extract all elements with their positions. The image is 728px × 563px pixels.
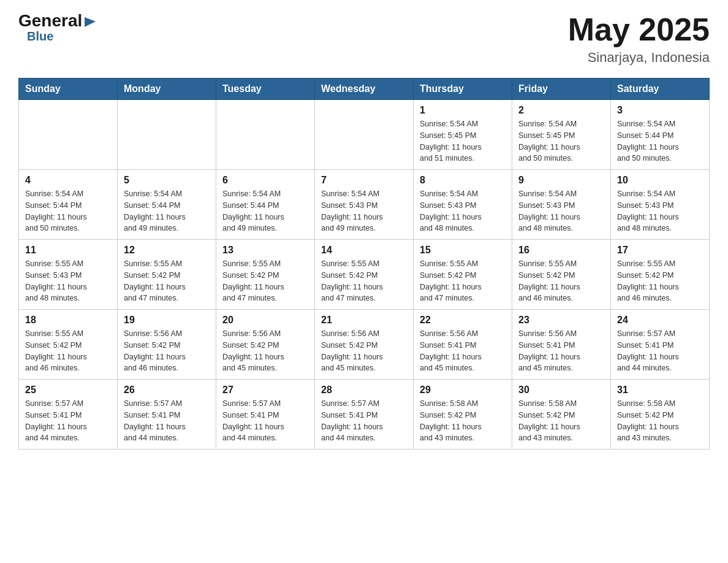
day-info: Sunrise: 5:57 AMSunset: 5:41 PMDaylight:… (25, 398, 111, 444)
day-number: 28 (321, 385, 407, 396)
day-info: Sunrise: 5:56 AMSunset: 5:42 PMDaylight:… (222, 328, 308, 374)
header: General Blue May 2025 Sinarjaya, Indones… (18, 12, 710, 66)
day-number: 30 (518, 385, 604, 396)
day-info: Sunrise: 5:58 AMSunset: 5:42 PMDaylight:… (617, 398, 703, 444)
calendar-cell: 14Sunrise: 5:55 AMSunset: 5:42 PMDayligh… (315, 240, 414, 310)
calendar-cell: 9Sunrise: 5:54 AMSunset: 5:43 PMDaylight… (512, 170, 611, 240)
day-number: 27 (222, 385, 308, 396)
day-number: 1 (420, 105, 506, 116)
calendar-cell: 17Sunrise: 5:55 AMSunset: 5:42 PMDayligh… (611, 240, 710, 310)
calendar-cell (216, 100, 315, 170)
calendar-week-row: 25Sunrise: 5:57 AMSunset: 5:41 PMDayligh… (19, 380, 710, 450)
day-info: Sunrise: 5:55 AMSunset: 5:42 PMDaylight:… (222, 258, 308, 304)
calendar-week-row: 11Sunrise: 5:55 AMSunset: 5:43 PMDayligh… (19, 240, 710, 310)
day-number: 26 (124, 385, 210, 396)
day-number: 21 (321, 315, 407, 326)
logo-general-text: General (18, 12, 82, 29)
calendar-cell: 7Sunrise: 5:54 AMSunset: 5:43 PMDaylight… (315, 170, 414, 240)
calendar-cell: 4Sunrise: 5:54 AMSunset: 5:44 PMDaylight… (19, 170, 118, 240)
calendar-cell: 24Sunrise: 5:57 AMSunset: 5:41 PMDayligh… (611, 310, 710, 380)
day-info: Sunrise: 5:55 AMSunset: 5:42 PMDaylight:… (124, 258, 210, 304)
day-info: Sunrise: 5:54 AMSunset: 5:44 PMDaylight:… (617, 118, 703, 164)
day-info: Sunrise: 5:55 AMSunset: 5:42 PMDaylight:… (321, 258, 407, 304)
day-number: 9 (518, 175, 604, 186)
day-number: 2 (518, 105, 604, 116)
day-number: 18 (25, 315, 111, 326)
calendar-cell: 1Sunrise: 5:54 AMSunset: 5:45 PMDaylight… (414, 100, 512, 170)
day-info: Sunrise: 5:57 AMSunset: 5:41 PMDaylight:… (124, 398, 210, 444)
calendar-cell: 5Sunrise: 5:54 AMSunset: 5:44 PMDaylight… (118, 170, 216, 240)
day-info: Sunrise: 5:57 AMSunset: 5:41 PMDaylight:… (617, 328, 703, 374)
day-number: 7 (321, 175, 407, 186)
calendar-cell (19, 100, 118, 170)
calendar-header-friday: Friday (512, 79, 611, 100)
day-number: 4 (25, 175, 111, 186)
day-number: 16 (518, 245, 604, 256)
calendar-header-sunday: Sunday (19, 79, 118, 100)
svg-marker-0 (85, 17, 96, 27)
calendar-cell: 21Sunrise: 5:56 AMSunset: 5:42 PMDayligh… (315, 310, 414, 380)
calendar-cell: 29Sunrise: 5:58 AMSunset: 5:42 PMDayligh… (414, 380, 512, 450)
day-info: Sunrise: 5:56 AMSunset: 5:42 PMDaylight:… (124, 328, 210, 374)
day-number: 19 (124, 315, 210, 326)
calendar-table: SundayMondayTuesdayWednesdayThursdayFrid… (18, 78, 710, 450)
day-info: Sunrise: 5:55 AMSunset: 5:42 PMDaylight:… (420, 258, 506, 304)
calendar-cell: 25Sunrise: 5:57 AMSunset: 5:41 PMDayligh… (19, 380, 118, 450)
day-number: 24 (617, 315, 703, 326)
calendar-cell: 28Sunrise: 5:57 AMSunset: 5:41 PMDayligh… (315, 380, 414, 450)
day-info: Sunrise: 5:54 AMSunset: 5:43 PMDaylight:… (321, 188, 407, 234)
day-number: 31 (617, 385, 703, 396)
day-info: Sunrise: 5:54 AMSunset: 5:45 PMDaylight:… (420, 118, 506, 164)
day-info: Sunrise: 5:54 AMSunset: 5:43 PMDaylight:… (420, 188, 506, 234)
day-number: 20 (222, 315, 308, 326)
calendar-cell: 31Sunrise: 5:58 AMSunset: 5:42 PMDayligh… (611, 380, 710, 450)
day-info: Sunrise: 5:55 AMSunset: 5:43 PMDaylight:… (25, 258, 111, 304)
calendar-cell: 18Sunrise: 5:55 AMSunset: 5:42 PMDayligh… (19, 310, 118, 380)
day-info: Sunrise: 5:54 AMSunset: 5:43 PMDaylight:… (518, 188, 604, 234)
day-info: Sunrise: 5:54 AMSunset: 5:43 PMDaylight:… (617, 188, 703, 234)
calendar-cell: 19Sunrise: 5:56 AMSunset: 5:42 PMDayligh… (118, 310, 216, 380)
calendar-header-tuesday: Tuesday (216, 79, 315, 100)
calendar-cell: 3Sunrise: 5:54 AMSunset: 5:44 PMDaylight… (611, 100, 710, 170)
calendar-cell: 30Sunrise: 5:58 AMSunset: 5:42 PMDayligh… (512, 380, 611, 450)
calendar-cell: 8Sunrise: 5:54 AMSunset: 5:43 PMDaylight… (414, 170, 512, 240)
calendar-cell: 10Sunrise: 5:54 AMSunset: 5:43 PMDayligh… (611, 170, 710, 240)
day-info: Sunrise: 5:55 AMSunset: 5:42 PMDaylight:… (617, 258, 703, 304)
calendar-cell: 12Sunrise: 5:55 AMSunset: 5:42 PMDayligh… (118, 240, 216, 310)
calendar-week-row: 18Sunrise: 5:55 AMSunset: 5:42 PMDayligh… (19, 310, 710, 380)
day-info: Sunrise: 5:57 AMSunset: 5:41 PMDaylight:… (321, 398, 407, 444)
logo-blue-text: Blue (27, 29, 53, 44)
day-number: 5 (124, 175, 210, 186)
day-info: Sunrise: 5:58 AMSunset: 5:42 PMDaylight:… (420, 398, 506, 444)
day-number: 25 (25, 385, 111, 396)
calendar-cell: 13Sunrise: 5:55 AMSunset: 5:42 PMDayligh… (216, 240, 315, 310)
day-info: Sunrise: 5:56 AMSunset: 5:41 PMDaylight:… (518, 328, 604, 374)
day-info: Sunrise: 5:56 AMSunset: 5:41 PMDaylight:… (420, 328, 506, 374)
day-number: 22 (420, 315, 506, 326)
calendar-cell: 26Sunrise: 5:57 AMSunset: 5:41 PMDayligh… (118, 380, 216, 450)
calendar-week-row: 4Sunrise: 5:54 AMSunset: 5:44 PMDaylight… (19, 170, 710, 240)
day-number: 15 (420, 245, 506, 256)
calendar-cell: 22Sunrise: 5:56 AMSunset: 5:41 PMDayligh… (414, 310, 512, 380)
calendar-cell: 11Sunrise: 5:55 AMSunset: 5:43 PMDayligh… (19, 240, 118, 310)
title-area: May 2025 Sinarjaya, Indonesia (568, 12, 710, 66)
day-number: 3 (617, 105, 703, 116)
calendar-header-row: SundayMondayTuesdayWednesdayThursdayFrid… (19, 79, 710, 100)
calendar-cell (315, 100, 414, 170)
location-subtitle: Sinarjaya, Indonesia (568, 50, 710, 66)
day-info: Sunrise: 5:54 AMSunset: 5:45 PMDaylight:… (518, 118, 604, 164)
calendar-cell: 20Sunrise: 5:56 AMSunset: 5:42 PMDayligh… (216, 310, 315, 380)
day-info: Sunrise: 5:55 AMSunset: 5:42 PMDaylight:… (25, 328, 111, 374)
day-info: Sunrise: 5:56 AMSunset: 5:42 PMDaylight:… (321, 328, 407, 374)
calendar-cell (118, 100, 216, 170)
logo: General Blue (18, 12, 97, 44)
day-number: 13 (222, 245, 308, 256)
day-info: Sunrise: 5:54 AMSunset: 5:44 PMDaylight:… (124, 188, 210, 234)
calendar-header-thursday: Thursday (414, 79, 512, 100)
day-number: 29 (420, 385, 506, 396)
calendar-week-row: 1Sunrise: 5:54 AMSunset: 5:45 PMDaylight… (19, 100, 710, 170)
day-info: Sunrise: 5:57 AMSunset: 5:41 PMDaylight:… (222, 398, 308, 444)
day-number: 11 (25, 245, 111, 256)
logo-triangle-icon (83, 15, 97, 28)
calendar-cell: 2Sunrise: 5:54 AMSunset: 5:45 PMDaylight… (512, 100, 611, 170)
